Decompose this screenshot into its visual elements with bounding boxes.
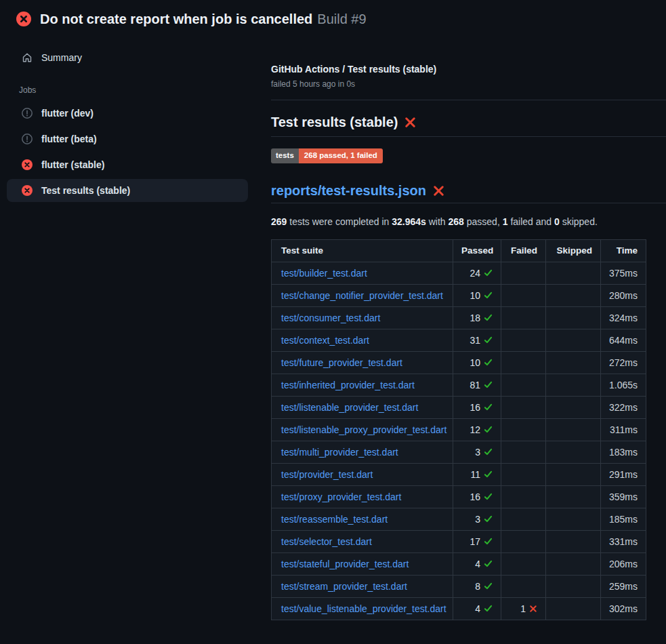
sidebar-item-summary[interactable]: Summary — [7, 46, 248, 69]
check-icon — [484, 358, 493, 367]
sidebar: Summary Jobs flutter (dev)flutter (beta)… — [0, 38, 255, 205]
table-row: test/builder_test.dart24375ms — [272, 262, 646, 284]
test-suite-link[interactable]: test/multi_provider_test.dart — [281, 447, 398, 458]
test-suite-link[interactable]: test/builder_test.dart — [281, 268, 367, 279]
summary-number: 32.964s — [392, 216, 426, 227]
sidebar-item-flutter-stable[interactable]: flutter (stable) — [7, 153, 248, 176]
table-row: test/provider_test.dart11291ms — [272, 463, 646, 485]
test-suite-link[interactable]: test/context_test.dart — [281, 335, 369, 346]
count-with-icon: 4 — [475, 559, 493, 569]
check-icon — [484, 492, 493, 501]
passed-cell: 10 — [453, 284, 501, 306]
neutral-circle-icon — [22, 134, 33, 144]
count-value: 31 — [470, 335, 480, 346]
count-with-icon: 4 — [475, 603, 493, 614]
skipped-cell — [546, 351, 601, 374]
tests-badge: tests 268 passed, 1 failed — [271, 148, 383, 163]
test-suite-cell: test/future_provider_test.dart — [272, 351, 453, 374]
time-cell: 1.065s — [601, 374, 646, 396]
job-label: flutter (beta) — [41, 134, 97, 144]
time-cell: 185ms — [601, 508, 646, 530]
count-with-icon: 12 — [470, 424, 493, 435]
check-icon — [484, 380, 493, 389]
count-value: 4 — [475, 559, 480, 569]
test-suite-link[interactable]: test/future_provider_test.dart — [281, 357, 402, 368]
skipped-cell — [546, 329, 601, 351]
test-suite-link[interactable]: test/stream_provider_test.dart — [281, 581, 407, 592]
table-row: test/multi_provider_test.dart3183ms — [272, 441, 646, 463]
summary-number: 268 — [449, 216, 464, 227]
breadcrumb: GitHub Actions / Test results (stable) — [271, 64, 666, 75]
summary-number: 269 — [271, 216, 287, 227]
count-with-icon: 8 — [475, 581, 493, 592]
failed-x-icon — [404, 117, 416, 128]
passed-cell: 10 — [453, 351, 501, 374]
table-row: test/proxy_provider_test.dart16359ms — [272, 485, 646, 508]
empty-cell — [501, 552, 546, 575]
skipped-cell — [546, 530, 601, 552]
jobs-list: flutter (dev)flutter (beta)flutter (stab… — [0, 102, 255, 202]
skipped-cell — [546, 441, 601, 463]
count-value: 17 — [470, 536, 480, 547]
empty-cell — [501, 284, 546, 306]
test-suite-cell: test/builder_test.dart — [272, 262, 453, 284]
divider — [271, 136, 666, 137]
test-suite-link[interactable]: test/change_notifier_provider_test.dart — [281, 290, 443, 301]
test-suite-link[interactable]: test/proxy_provider_test.dart — [281, 491, 401, 502]
test-suite-link[interactable]: test/reassemble_test.dart — [281, 514, 388, 525]
test-suite-link[interactable]: test/provider_test.dart — [281, 469, 373, 480]
passed-cell: 16 — [453, 396, 501, 418]
time-cell: 324ms — [601, 306, 646, 329]
test-suite-link[interactable]: test/listenable_provider_test.dart — [281, 402, 418, 413]
section-heading: Test results (stable) — [271, 115, 666, 130]
count-value: 3 — [475, 514, 480, 525]
passed-cell: 8 — [453, 575, 501, 597]
failed-x-icon — [433, 185, 444, 197]
time-cell: 331ms — [601, 530, 646, 552]
column-header-test-suite: Test suite — [272, 239, 453, 262]
test-suite-link[interactable]: test/value_listenable_provider_test.dart — [281, 603, 446, 614]
neutral-circle-icon — [22, 108, 33, 119]
count-with-icon: 31 — [470, 335, 493, 346]
empty-cell — [501, 262, 546, 284]
check-icon — [484, 313, 493, 322]
check-icon — [484, 537, 493, 546]
table-row: test/context_test.dart31644ms — [272, 329, 646, 351]
table-row: test/consumer_test.dart18324ms — [272, 306, 646, 329]
count-value: 12 — [470, 424, 480, 435]
count-with-icon: 10 — [470, 357, 493, 368]
test-suite-link[interactable]: test/stateful_provider_test.dart — [281, 559, 409, 569]
test-suite-cell: test/context_test.dart — [272, 329, 453, 351]
passed-cell: 12 — [453, 418, 501, 441]
count-value: 1 — [520, 603, 526, 614]
empty-cell — [501, 508, 546, 530]
count-value: 10 — [470, 290, 480, 301]
sidebar-item-flutter-dev[interactable]: flutter (dev) — [7, 102, 248, 125]
skipped-cell — [546, 552, 601, 575]
summary-text: failed and — [508, 216, 555, 227]
count-with-icon: 16 — [470, 402, 493, 413]
sidebar-item-test-results-stable[interactable]: Test results (stable) — [7, 179, 248, 202]
test-suite-cell: test/reassemble_test.dart — [272, 508, 453, 530]
count-with-icon: 16 — [470, 491, 493, 502]
badge-value: 268 passed, 1 failed — [299, 148, 383, 163]
test-suite-link[interactable]: test/listenable_proxy_provider_test.dart — [281, 424, 446, 435]
test-suite-link[interactable]: test/selector_test.dart — [281, 536, 372, 547]
time-cell: 359ms — [601, 485, 646, 508]
jobs-section-label: Jobs — [19, 85, 255, 95]
count-value: 16 — [470, 402, 480, 413]
count-with-icon: 18 — [470, 313, 493, 323]
test-suite-link[interactable]: test/inherited_provider_test.dart — [281, 380, 415, 390]
x-circle-icon — [16, 12, 31, 26]
test-suite-link[interactable]: test/consumer_test.dart — [281, 313, 380, 323]
table-row: test/value_listenable_provider_test.dart… — [272, 597, 646, 620]
empty-cell — [501, 575, 546, 597]
skipped-cell — [546, 306, 601, 329]
table-row: test/stream_provider_test.dart8259ms — [272, 575, 646, 597]
sidebar-item-flutter-beta[interactable]: flutter (beta) — [7, 127, 248, 150]
check-icon — [484, 447, 493, 456]
passed-cell: 4 — [453, 597, 501, 620]
report-file-link[interactable]: reports/test-results.json — [271, 183, 426, 199]
time-cell: 291ms — [601, 463, 646, 485]
count-with-icon: 10 — [470, 290, 493, 301]
